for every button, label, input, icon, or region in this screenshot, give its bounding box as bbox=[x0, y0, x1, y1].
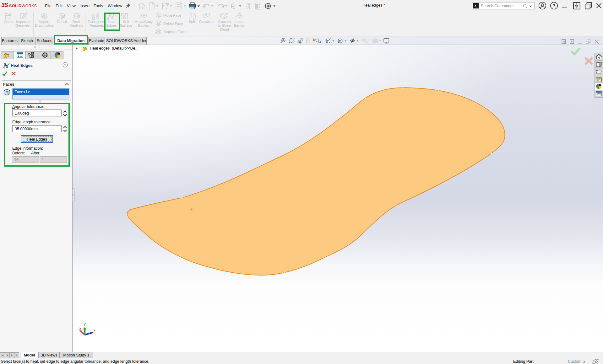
svg-text:?: ? bbox=[552, 3, 555, 8]
svg-text:Z: Z bbox=[93, 329, 95, 333]
svg-text:Y: Y bbox=[84, 323, 86, 326]
svg-text:A: A bbox=[319, 40, 322, 44]
svg-text:?: ? bbox=[64, 63, 66, 67]
svg-text:X: X bbox=[79, 327, 82, 331]
